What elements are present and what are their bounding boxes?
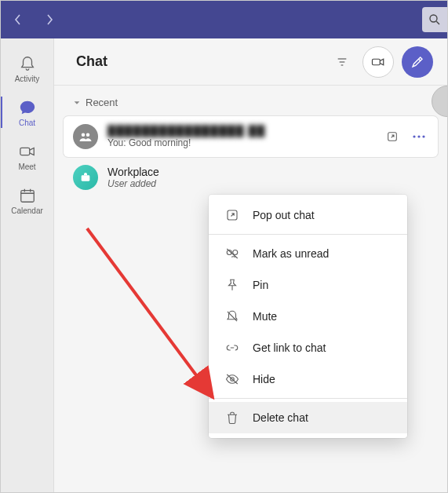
- svg-rect-2: [20, 190, 34, 202]
- menu-divider: [209, 234, 407, 235]
- svg-point-4: [82, 133, 86, 137]
- pin-icon: [224, 277, 240, 293]
- svg-point-0: [430, 15, 437, 22]
- menu-mark-unread[interactable]: Mark as unread: [209, 238, 407, 269]
- popout-button[interactable]: [383, 127, 402, 146]
- chat-item-title: Workplace: [107, 166, 428, 178]
- app-rail: Activity Chat Meet Calendar: [1, 38, 54, 492]
- unread-icon: [224, 246, 240, 261]
- svg-point-9: [422, 135, 424, 137]
- chat-context-menu: Pop out chat Mark as unread Pin Mute Get…: [209, 195, 407, 438]
- menu-mute[interactable]: Mute: [209, 301, 407, 332]
- menu-divider: [209, 398, 407, 399]
- mute-icon: [224, 309, 240, 324]
- chat-icon: [18, 98, 37, 117]
- nav-label: Meet: [18, 163, 35, 171]
- svg-point-5: [86, 133, 90, 137]
- chat-list-item[interactable]: ████████████████ ██ You: Good morning!: [64, 116, 438, 157]
- titlebar: [1, 1, 447, 38]
- chat-item-preview: User added: [107, 178, 428, 189]
- meet-now-button[interactable]: [362, 46, 394, 78]
- nav-meet[interactable]: Meet: [1, 134, 53, 178]
- svg-rect-3: [373, 59, 381, 65]
- nav-label: Calendar: [11, 206, 43, 215]
- menu-get-link[interactable]: Get link to chat: [209, 332, 407, 363]
- nav-label: Chat: [19, 119, 35, 127]
- chat-list-item[interactable]: Workplace User added: [64, 157, 438, 198]
- bell-icon: [18, 54, 37, 73]
- svg-rect-1: [20, 148, 29, 155]
- workplace-avatar-icon: [73, 165, 98, 190]
- section-label: Recent: [86, 97, 118, 108]
- nav-chat[interactable]: Chat: [1, 90, 53, 134]
- menu-label: Delete chat: [253, 411, 308, 424]
- filter-button[interactable]: [330, 49, 355, 75]
- page-title: Chat: [76, 53, 322, 70]
- chat-item-body: ████████████████ ██ You: Good morning!: [107, 125, 373, 148]
- svg-point-7: [413, 135, 415, 137]
- menu-label: Get link to chat: [253, 341, 326, 354]
- group-avatar-icon: [73, 124, 98, 149]
- new-chat-button[interactable]: [402, 46, 433, 78]
- menu-popout[interactable]: Pop out chat: [209, 199, 407, 231]
- nav-calendar[interactable]: Calendar: [1, 178, 53, 222]
- forward-button[interactable]: [42, 12, 57, 27]
- trash-icon: [224, 410, 240, 425]
- menu-label: Mark as unread: [253, 247, 329, 260]
- search-button[interactable]: [422, 7, 447, 32]
- chat-header: Chat: [54, 38, 447, 86]
- chevron-down-icon: [73, 99, 81, 107]
- chat-item-actions: [383, 127, 428, 146]
- calendar-icon: [18, 186, 37, 205]
- menu-label: Mute: [253, 310, 277, 323]
- nav-label: Activity: [15, 75, 40, 83]
- chat-item-body: Workplace User added: [107, 166, 428, 189]
- nav-activity[interactable]: Activity: [1, 46, 53, 90]
- more-options-button[interactable]: [410, 127, 428, 146]
- back-button[interactable]: [10, 12, 26, 27]
- svg-rect-10: [82, 175, 90, 181]
- menu-label: Pop out chat: [253, 209, 315, 221]
- menu-label: Hide: [253, 373, 275, 385]
- menu-label: Pin: [253, 279, 268, 291]
- hide-icon: [224, 371, 240, 387]
- recent-section-toggle[interactable]: Recent: [54, 86, 447, 116]
- menu-hide[interactable]: Hide: [209, 363, 407, 395]
- svg-point-8: [417, 135, 420, 137]
- chat-item-title: ████████████████ ██: [107, 125, 373, 137]
- svg-point-13: [233, 250, 238, 255]
- menu-pin[interactable]: Pin: [209, 269, 407, 301]
- popout-icon: [224, 207, 240, 223]
- video-icon: [18, 142, 37, 161]
- chat-item-preview: You: Good morning!: [107, 137, 373, 148]
- link-icon: [224, 340, 240, 356]
- menu-delete-chat[interactable]: Delete chat: [209, 402, 407, 433]
